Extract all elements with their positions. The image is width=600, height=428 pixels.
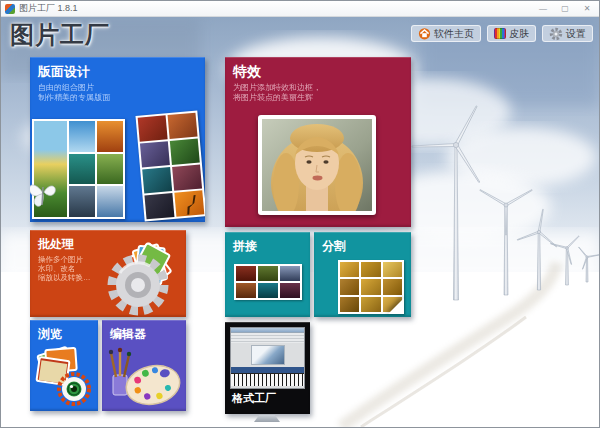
close-button[interactable]: ✕ [579,3,595,15]
piano-keys-image [231,373,304,386]
app-window: 图片工厂 1.8.1 — ▢ ✕ [0,0,600,428]
giraffe-icon [176,190,204,216]
skin-button[interactable]: 皮肤 [487,25,536,42]
stitch-photos-image [234,264,302,300]
home-page-button[interactable]: 软件主页 [411,25,481,42]
layout-subtitle-2: 制作精美的专属版面 [38,93,197,103]
settings-label: 设置 [566,27,586,41]
effects-portrait-image [258,115,376,215]
effects-title: 特效 [233,63,403,81]
split-grid-image [338,260,404,314]
titlebar: 图片工厂 1.8.1 — ▢ ✕ [1,1,599,17]
browse-eye-image [32,345,96,409]
tile-format-factory[interactable]: 格式工厂 [225,322,310,414]
skin-label: 皮肤 [509,27,529,41]
topbar: 软件主页 皮肤 设置 [411,25,593,42]
stitch-title: 拼接 [233,238,302,255]
split-title: 分割 [322,238,403,255]
app-icon [5,4,15,14]
batch-gear-image [92,235,186,317]
gear-icon [549,27,563,41]
editor-title: 编辑器 [110,326,178,343]
minimize-button[interactable]: — [535,3,551,15]
butterfly-icon [30,179,60,211]
layout-subtitle-1: 自由的组合图片 [38,83,197,93]
home-page-label: 软件主页 [434,27,474,41]
tile-browse[interactable]: 浏览 [30,320,98,411]
layout-grid-collage-image [135,110,205,221]
editor-palette-image [105,345,183,407]
page-curl-icon [388,298,404,314]
layout-collage-image [32,119,125,219]
tile-effects[interactable]: 特效 为图片添加特效和边框， 将图片装点的美丽生辉 [225,57,411,227]
format-factory-screenshot [230,327,305,389]
settings-button[interactable]: 设置 [542,25,593,42]
tile-batch[interactable]: 批处理 操作多个图片 水印、改名 缩放以及转换… [30,230,186,317]
tile-stitch[interactable]: 拼接 [225,232,310,317]
app-logo: 图片工厂 [10,19,110,51]
layout-title: 版面设计 [38,63,197,81]
client-area: 图片工厂 软件主页 皮肤 设置 [1,17,599,427]
skin-icon [494,28,506,39]
maximize-button[interactable]: ▢ [557,3,573,15]
format-factory-label: 格式工厂 [229,389,306,406]
tile-editor[interactable]: 编辑器 [102,320,186,411]
home-icon [418,27,431,40]
effects-subtitle-1: 为图片添加特效和边框， [233,83,403,93]
browse-title: 浏览 [38,326,90,343]
window-title: 图片工厂 1.8.1 [19,2,78,15]
tile-layout-design[interactable]: 版面设计 自由的组合图片 制作精美的专属版面 [30,57,205,222]
effects-subtitle-2: 将图片装点的美丽生辉 [233,93,403,103]
tile-split[interactable]: 分割 [314,232,411,317]
